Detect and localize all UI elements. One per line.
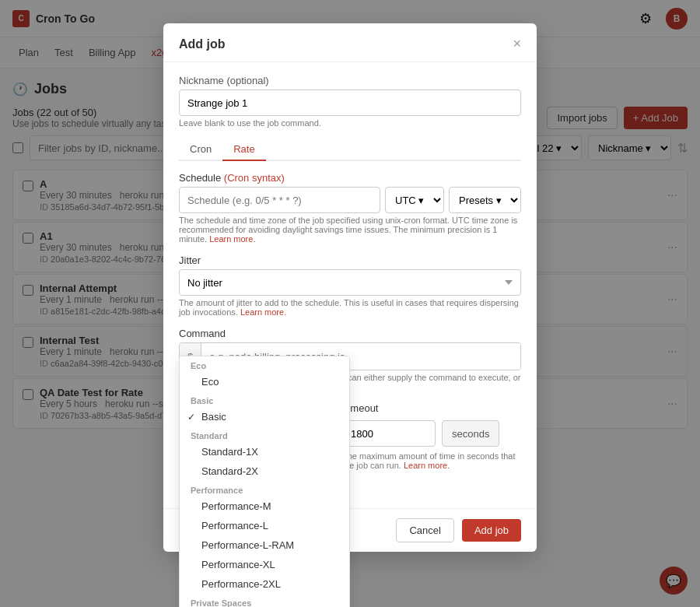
dyno-option-perf-l[interactable]: Performance-L	[180, 516, 349, 535]
dyno-dropdown: Eco Eco Basic Basic Standard Standard-1X…	[179, 356, 350, 607]
dyno-option-standard-1x[interactable]: Standard-1X	[180, 442, 349, 461]
schedule-label: Schedule (Cron syntax)	[179, 172, 521, 184]
jitter-select[interactable]: No jitter	[179, 269, 521, 296]
modal-header: Add job ×	[163, 23, 537, 62]
dyno-category-standard: Standard	[180, 426, 349, 442]
nickname-label: Nickname (optional)	[179, 75, 521, 86]
dyno-category-eco: Eco	[180, 356, 349, 372]
nickname-group: Nickname (optional) Leave blank to use t…	[179, 75, 521, 128]
dyno-category-performance: Performance	[180, 481, 349, 496]
dyno-category-private: Private Spaces	[180, 594, 349, 607]
dyno-option-standard-2x[interactable]: Standard-2X	[180, 461, 349, 481]
schedule-tab-group: Cron Rate	[179, 139, 521, 161]
dyno-option-perf-l-ram[interactable]: Performance-L-RAM	[180, 535, 349, 555]
command-label: Command	[179, 328, 521, 339]
tab-cron[interactable]: Cron	[179, 139, 222, 161]
timeout-title: Timeout	[342, 402, 521, 414]
presets-select[interactable]: Presets ▾	[449, 187, 521, 213]
timeout-section: Timeout seconds The maximum amount of ti…	[342, 402, 521, 470]
nickname-hint: Leave blank to use the job command.	[179, 118, 521, 128]
jitter-hint: The amount of jitter to add to the sched…	[179, 298, 521, 317]
timeout-input[interactable]	[342, 420, 436, 447]
jitter-learn-more-link[interactable]: Learn more.	[240, 307, 286, 317]
modal-overlay: Add job × Nickname (optional) Leave blan…	[0, 0, 700, 607]
timeout-row: seconds	[342, 420, 521, 447]
dyno-option-perf-m[interactable]: Performance-M	[180, 496, 349, 516]
modal-body: Nickname (optional) Leave blank to use t…	[163, 62, 537, 508]
timeout-hint: The maximum amount of time in seconds th…	[342, 451, 521, 470]
dyno-option-eco[interactable]: Eco	[180, 372, 349, 391]
tab-rate[interactable]: Rate	[222, 139, 265, 161]
modal-close-button[interactable]: ×	[513, 36, 521, 52]
add-job-submit-button[interactable]: Add job	[462, 519, 521, 542]
dyno-option-perf-xl[interactable]: Performance-XL	[180, 555, 349, 574]
timezone-select[interactable]: UTC ▾	[385, 187, 444, 213]
timeout-unit: seconds	[442, 420, 499, 447]
schedule-learn-more-link[interactable]: Learn more.	[209, 234, 255, 244]
nickname-input[interactable]	[179, 89, 521, 116]
dyno-category-basic: Basic	[180, 391, 349, 407]
dyno-option-perf-2xl[interactable]: Performance-2XL	[180, 574, 349, 594]
dyno-option-basic[interactable]: Basic	[180, 407, 349, 426]
schedule-input[interactable]	[179, 187, 380, 213]
timeout-learn-more-link[interactable]: Learn more.	[404, 461, 450, 470]
schedule-group: Schedule (Cron syntax) UTC ▾ Presets ▾ T…	[179, 172, 521, 244]
jitter-group: Jitter No jitter The amount of jitter to…	[179, 254, 521, 317]
schedule-row: UTC ▾ Presets ▾	[179, 187, 521, 213]
jitter-label: Jitter	[179, 254, 521, 266]
cancel-button[interactable]: Cancel	[396, 518, 453, 542]
modal-title: Add job	[179, 37, 226, 51]
schedule-hint: The schedule and time zone of the job sp…	[179, 216, 521, 244]
add-job-modal: Add job × Nickname (optional) Leave blan…	[163, 23, 537, 552]
